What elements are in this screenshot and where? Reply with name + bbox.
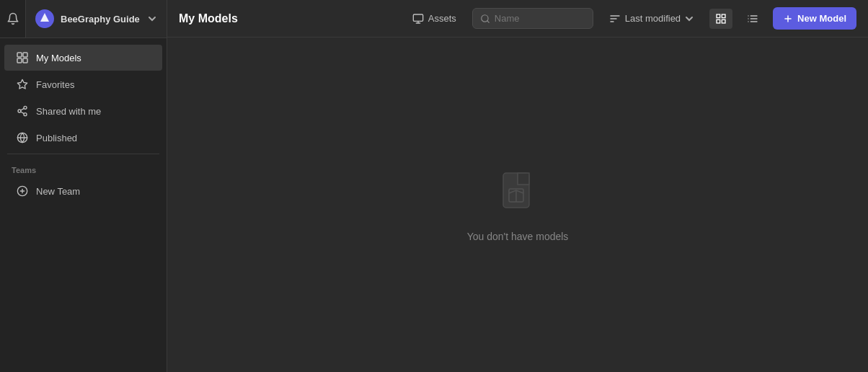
svg-line-10 bbox=[21, 112, 25, 114]
sort-icon bbox=[609, 13, 621, 25]
svg-line-21 bbox=[487, 20, 489, 22]
workspace-header[interactable]: BeeGraphy Guide bbox=[26, 0, 167, 37]
sort-button[interactable]: Last modified bbox=[602, 9, 701, 29]
workspace-chevron-icon bbox=[146, 13, 158, 25]
sidebar-item-my-models-label: My Models bbox=[36, 53, 81, 63]
svg-rect-28 bbox=[722, 19, 725, 23]
list-view-button[interactable] bbox=[741, 9, 764, 29]
search-box bbox=[472, 8, 593, 29]
main-content: My Models Assets bbox=[167, 0, 868, 372]
assets-button[interactable]: Assets bbox=[405, 9, 464, 29]
workspace-name: BeeGraphy Guide bbox=[61, 14, 141, 25]
svg-line-11 bbox=[21, 108, 25, 110]
plus-icon bbox=[16, 185, 29, 198]
svg-rect-17 bbox=[413, 14, 422, 21]
notification-bell[interactable] bbox=[0, 0, 26, 37]
svg-rect-5 bbox=[23, 58, 27, 63]
topbar: My Models Assets bbox=[167, 0, 868, 37]
sidebar-item-published-label: Published bbox=[36, 133, 77, 143]
svg-rect-4 bbox=[17, 58, 22, 63]
new-model-plus-icon bbox=[783, 14, 793, 24]
grid-icon bbox=[16, 51, 29, 64]
teams-section-label: Teams bbox=[0, 157, 167, 177]
sidebar-divider bbox=[7, 154, 159, 154]
svg-rect-3 bbox=[23, 53, 27, 57]
svg-rect-2 bbox=[17, 53, 22, 57]
sidebar-item-my-models[interactable]: My Models bbox=[4, 45, 162, 71]
sort-button-label: Last modified bbox=[625, 13, 681, 24]
empty-state-icon bbox=[492, 167, 544, 219]
search-icon bbox=[480, 14, 490, 24]
sidebar-item-shared[interactable]: Shared with me bbox=[4, 98, 162, 124]
new-model-button[interactable]: New Model bbox=[773, 7, 856, 30]
sidebar-item-new-team-label: New Team bbox=[36, 186, 80, 197]
svg-rect-25 bbox=[717, 14, 720, 18]
assets-button-label: Assets bbox=[428, 13, 456, 24]
app-logo bbox=[35, 9, 55, 29]
grid-view-icon bbox=[715, 13, 727, 25]
sidebar-item-new-team[interactable]: New Team bbox=[4, 178, 162, 204]
star-icon bbox=[16, 78, 29, 91]
page-title: My Models bbox=[179, 12, 397, 25]
search-input[interactable] bbox=[495, 13, 585, 24]
svg-rect-26 bbox=[722, 14, 725, 18]
empty-state: You don't have models bbox=[167, 37, 868, 372]
sort-chevron-icon bbox=[685, 14, 694, 23]
new-model-button-label: New Model bbox=[797, 13, 846, 24]
globe-icon bbox=[16, 131, 29, 144]
sidebar-nav: My Models Favorites Shared with me bbox=[0, 38, 167, 372]
sidebar-item-published[interactable]: Published bbox=[4, 125, 162, 151]
empty-state-text: You don't have models bbox=[467, 231, 569, 242]
sidebar-item-favorites[interactable]: Favorites bbox=[4, 71, 162, 97]
sidebar-item-favorites-label: Favorites bbox=[36, 79, 74, 90]
list-view-icon bbox=[747, 13, 758, 25]
svg-rect-27 bbox=[717, 19, 720, 23]
assets-icon bbox=[412, 13, 424, 25]
sidebar: BeeGraphy Guide My Models bbox=[0, 0, 167, 372]
grid-view-button[interactable] bbox=[709, 9, 732, 29]
svg-marker-6 bbox=[17, 79, 27, 89]
sidebar-item-shared-label: Shared with me bbox=[36, 106, 101, 117]
share-icon bbox=[16, 105, 29, 118]
